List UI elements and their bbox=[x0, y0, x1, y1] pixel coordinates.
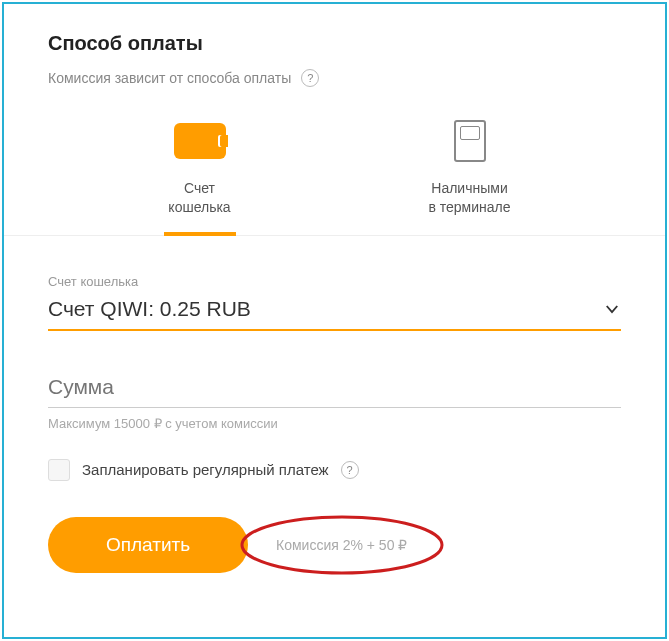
schedule-row: Запланировать регулярный платеж ? bbox=[48, 459, 621, 481]
terminal-icon bbox=[454, 120, 486, 162]
method-terminal[interactable]: Наличными в терминале bbox=[405, 117, 535, 235]
wallet-select[interactable]: Счет QIWI: 0.25 RUB bbox=[48, 293, 621, 331]
method-terminal-line1: Наличными bbox=[431, 180, 507, 196]
wallet-select-label: Счет кошелька bbox=[48, 274, 621, 289]
method-wallet-line1: Счет bbox=[184, 180, 215, 196]
payment-panel: Способ оплаты Комиссия зависит от способ… bbox=[2, 2, 667, 639]
amount-hint: Максимум 15000 ₽ с учетом комиссии bbox=[48, 416, 621, 431]
method-wallet-label: Счет кошелька bbox=[168, 179, 230, 217]
method-wallet[interactable]: Счет кошелька bbox=[135, 117, 265, 235]
amount-input[interactable] bbox=[48, 373, 621, 408]
subtitle-row: Комиссия зависит от способа оплаты ? bbox=[48, 69, 621, 87]
chevron-down-icon bbox=[603, 300, 621, 318]
schedule-checkbox[interactable] bbox=[48, 459, 70, 481]
header-section: Способ оплаты Комиссия зависит от способ… bbox=[4, 4, 665, 97]
method-wallet-line2: кошелька bbox=[168, 199, 230, 215]
help-icon[interactable]: ? bbox=[341, 461, 359, 479]
commission-wrap: Комиссия 2% + 50 ₽ bbox=[276, 537, 407, 553]
help-icon[interactable]: ? bbox=[301, 69, 319, 87]
commission-note: Комиссия зависит от способа оплаты bbox=[48, 70, 291, 86]
wallet-icon bbox=[174, 123, 226, 159]
schedule-label: Запланировать регулярный платеж bbox=[82, 461, 329, 478]
amount-block: Максимум 15000 ₽ с учетом комиссии bbox=[48, 373, 621, 431]
method-terminal-line2: в терминале bbox=[428, 199, 510, 215]
terminal-icon-wrap bbox=[454, 117, 486, 165]
form-area: Счет кошелька Счет QIWI: 0.25 RUB Максим… bbox=[4, 236, 665, 593]
pay-button[interactable]: Оплатить bbox=[48, 517, 248, 573]
method-terminal-label: Наличными в терминале bbox=[428, 179, 510, 217]
action-row: Оплатить Комиссия 2% + 50 ₽ bbox=[48, 517, 621, 573]
wallet-select-value: Счет QIWI: 0.25 RUB bbox=[48, 297, 251, 321]
wallet-select-block: Счет кошелька Счет QIWI: 0.25 RUB bbox=[48, 274, 621, 331]
page-title: Способ оплаты bbox=[48, 32, 621, 55]
commission-text: Комиссия 2% + 50 ₽ bbox=[276, 537, 407, 553]
wallet-icon-wrap bbox=[174, 117, 226, 165]
payment-methods: Счет кошелька Наличными в терминале bbox=[4, 97, 665, 236]
